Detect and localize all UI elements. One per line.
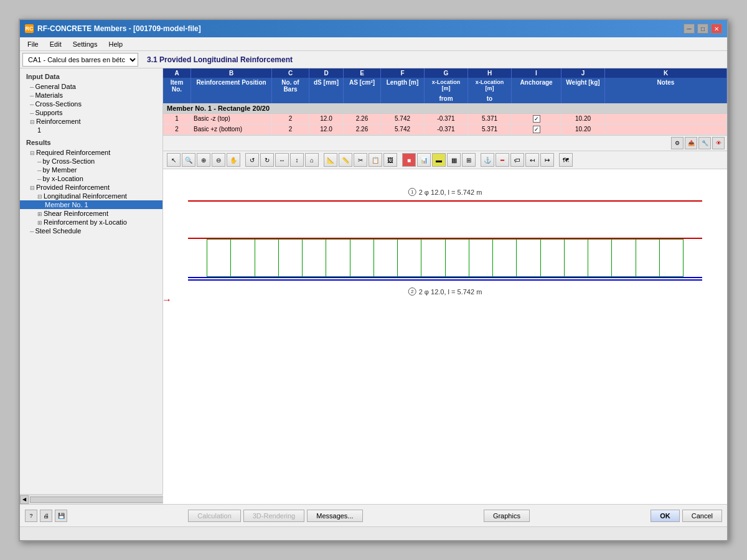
messages-button[interactable]: Messages... (307, 510, 362, 522)
cell-to-1: 5.371 (468, 114, 512, 124)
close-button[interactable]: ✕ (711, 24, 722, 34)
rebar-label-bottom: 2 2 φ 12.0, l = 5.742 m (408, 287, 482, 296)
cell-length-2: 5.742 (381, 124, 425, 134)
main-window: RC RF-CONCRETE Members - [001709-model-f… (19, 19, 728, 541)
rebar-number-circle-2: 2 (408, 287, 416, 296)
selection-arrow: → (162, 294, 172, 306)
sidebar-steel-schedule[interactable]: ─Steel Schedule (20, 226, 162, 235)
toolbar-btn-export-img[interactable]: 🗺 (559, 153, 573, 167)
table-body: Member No. 1 - Rectangle 20/20 1 Basic -… (163, 103, 727, 135)
col-header-a: A (163, 68, 191, 78)
sidebar-reinforcement[interactable]: ⊟Reinforcement (20, 117, 162, 126)
toolbar-btn-label[interactable]: 🏷 (510, 153, 524, 167)
table-header-row: A B C D E F G H I J K (163, 68, 727, 78)
col-header-b: B (191, 68, 272, 78)
beam-area (188, 238, 702, 278)
sidebar-supports[interactable]: ─Supports (20, 108, 162, 117)
cancel-button[interactable]: Cancel (682, 510, 722, 522)
help-icon-btn[interactable]: ? (25, 510, 37, 522)
col-subheader-h: x-Location [m] (468, 78, 512, 94)
col-subheader-f: Length [m] (381, 78, 425, 94)
sidebar-by-member[interactable]: ─by Member (20, 166, 162, 174)
cell-ds-1: 12.0 (309, 114, 344, 124)
sidebar-cross-sections[interactable]: ─Cross-Sections (20, 100, 162, 108)
toolbar-btn-measure[interactable]: 📐 (324, 153, 337, 167)
col-header-f: F (381, 68, 425, 78)
menu-file[interactable]: File (22, 39, 44, 49)
cell-anchorage-1[interactable]: ✓ (512, 114, 561, 124)
ok-button[interactable]: OK (651, 510, 680, 522)
toolbar: CA1 - Calcul des barres en bétc 3.1 Prov… (20, 51, 727, 68)
toolbar-btn-rotate-ccw[interactable]: ↻ (260, 153, 274, 167)
title-bar-left: RC RF-CONCRETE Members - [001709-model-f… (25, 24, 201, 33)
sidebar-required-reinforcement[interactable]: ⊟Required Reinforcement (20, 148, 162, 157)
minimize-button[interactable]: ─ (684, 24, 695, 34)
cell-bars-1: 2 (272, 114, 309, 124)
sidebar: Input Data ─General Data ─Materials ─Cro… (20, 68, 163, 504)
title-bar: RC RF-CONCRETE Members - [001709-model-f… (20, 20, 727, 37)
col-subheader-j: Weight [kg] (561, 78, 605, 94)
toolbar-btn-ruler[interactable]: 📏 (339, 153, 352, 167)
table-row[interactable]: 2 Basic +z (bottom) 2 12.0 2.26 5.742 -0… (163, 124, 727, 135)
toolbar-btn-line[interactable]: ▬ (432, 153, 446, 167)
toolbar-btn-dim2[interactable]: ↦ (540, 153, 554, 167)
graph-btn-4[interactable]: 👁 (712, 137, 725, 149)
sidebar-provided-reinforcement[interactable]: ⊟Provided Reinforcement (20, 183, 162, 192)
toolbar-btn-grid[interactable]: ⊞ (462, 153, 476, 167)
table-row[interactable]: 1 Basic -z (top) 2 12.0 2.26 5.742 -0.37… (163, 114, 727, 124)
sidebar-shear-reinforcement[interactable]: ⊞Shear Reinforcement (20, 209, 162, 218)
sidebar-materials[interactable]: ─Materials (20, 91, 162, 100)
toolbar-btn-color[interactable]: ■ (402, 153, 416, 167)
calculation-button[interactable]: Calculation (188, 510, 240, 522)
toolbar-btn-crop[interactable]: ✂ (354, 153, 367, 167)
print-btn[interactable]: 🖨 (40, 510, 52, 522)
sidebar-scroll-left[interactable]: ◀ (20, 495, 29, 504)
cell-as-2: 2.26 (344, 124, 381, 134)
toolbar-btn-zoom-out[interactable]: ⊖ (212, 153, 225, 167)
toolbar-btn-image[interactable]: 🖼 (383, 153, 397, 167)
menu-settings[interactable]: Settings (68, 39, 103, 49)
sidebar-scrollbar[interactable]: ◀ ▶ (20, 494, 163, 504)
rendering-button[interactable]: 3D-Rendering (243, 510, 304, 522)
case-dropdown[interactable]: CA1 - Calcul des barres en bétc (22, 53, 138, 67)
maximize-button[interactable]: □ (697, 24, 708, 34)
sidebar-reinforcement-by-x[interactable]: ⊞Reinforcement by x-Locatio (20, 218, 162, 226)
sidebar-general-data[interactable]: ─General Data (20, 82, 162, 91)
toolbar-btn-pan[interactable]: ✋ (227, 153, 240, 167)
toolbar-btn-pointer[interactable]: ↖ (167, 153, 181, 167)
menu-help[interactable]: Help (103, 39, 128, 49)
toolbar-btn-flip-v[interactable]: ↕ (290, 153, 304, 167)
member-header: Member No. 1 - Rectangle 20/20 (163, 103, 727, 114)
col-header-k: K (605, 68, 727, 78)
sidebar-reinforcement-1[interactable]: 1 (20, 126, 162, 134)
toolbar-btn-flip-h[interactable]: ↔ (275, 153, 289, 167)
toolbar-btn-dim1[interactable]: ↤ (525, 153, 539, 167)
toolbar-btn-anchor[interactable]: ⚓ (481, 153, 494, 167)
toolbar-btn-red-bar[interactable]: ━ (496, 153, 509, 167)
toolbar-btn-chart[interactable]: 📊 (417, 153, 431, 167)
sidebar-by-x-location[interactable]: ─by x-Location (20, 174, 162, 183)
save-btn[interactable]: 💾 (55, 510, 67, 522)
graphics-button[interactable]: Graphics (484, 510, 530, 522)
toolbar-btn-zoom-window[interactable]: 🔍 (182, 153, 195, 167)
cell-item-2: 2 (163, 124, 191, 134)
rebar-line-top (188, 200, 702, 202)
col-subheader-b: Reinforcement Position (191, 78, 272, 94)
toolbar-btn-zoom-in[interactable]: ⊕ (197, 153, 210, 167)
graph-btn-3[interactable]: 🔧 (698, 137, 711, 149)
sidebar-member-no-1[interactable]: Member No. 1 (20, 200, 162, 209)
toolbar-btn-rotate-cw[interactable]: ↺ (245, 153, 259, 167)
graph-btn-2[interactable]: 📤 (685, 137, 697, 149)
toolbar-btn-home[interactable]: ⌂ (305, 153, 319, 167)
cell-bars-2: 2 (272, 124, 309, 134)
cell-anchorage-2[interactable]: ✓ (512, 124, 561, 134)
menu-edit[interactable]: Edit (45, 39, 67, 49)
anchorage-checkbox-2[interactable]: ✓ (533, 126, 540, 133)
sidebar-by-cross-section[interactable]: ─by Cross-Section (20, 157, 162, 166)
graph-btn-1[interactable]: ⚙ (671, 137, 684, 149)
anchorage-checkbox-1[interactable]: ✓ (533, 115, 540, 123)
sidebar-longitudinal-reinforcement[interactable]: ⊟Longitudinal Reinforcement (20, 192, 162, 200)
stirrup-lines (207, 240, 683, 276)
toolbar-btn-bars[interactable]: ▦ (447, 153, 461, 167)
toolbar-btn-copy[interactable]: 📋 (369, 153, 382, 167)
